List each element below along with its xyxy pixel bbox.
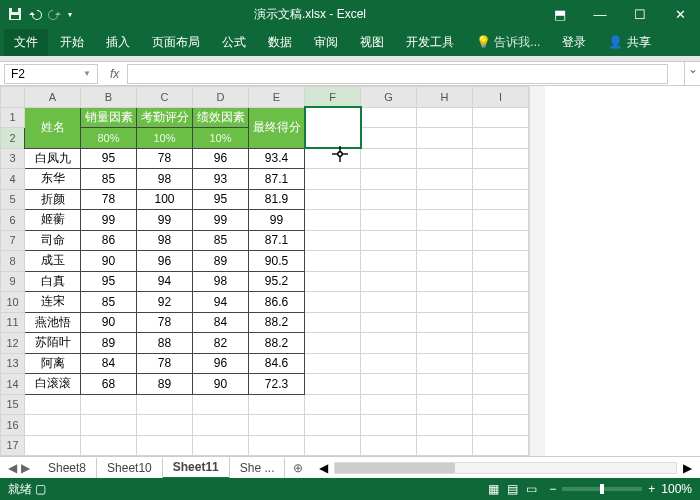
cell[interactable] [417, 169, 473, 190]
cell[interactable] [305, 353, 361, 374]
cell[interactable]: 88.2 [249, 312, 305, 333]
name-box[interactable]: F2 ▼ [4, 64, 98, 84]
cell[interactable]: 72.3 [249, 374, 305, 395]
cell[interactable] [305, 148, 361, 169]
cell[interactable] [193, 394, 249, 415]
cell[interactable]: 88 [137, 333, 193, 354]
col-E[interactable]: E [249, 87, 305, 108]
col-B[interactable]: B [81, 87, 137, 108]
scroll-thumb[interactable] [335, 463, 455, 473]
zoom-thumb[interactable] [600, 484, 604, 494]
col-I[interactable]: I [473, 87, 529, 108]
row-1[interactable]: 1 [1, 107, 25, 128]
row-hdr[interactable]: 9 [1, 271, 25, 292]
cell[interactable] [417, 435, 473, 456]
cell[interactable] [361, 353, 417, 374]
col-C[interactable]: C [137, 87, 193, 108]
cell[interactable]: 96 [193, 353, 249, 374]
tab-review[interactable]: 审阅 [304, 29, 348, 56]
close-button[interactable]: ✕ [660, 0, 700, 28]
cell[interactable]: 85 [193, 230, 249, 251]
tab-view[interactable]: 视图 [350, 29, 394, 56]
cell[interactable] [361, 169, 417, 190]
cell[interactable] [361, 374, 417, 395]
row-hdr[interactable]: 8 [1, 251, 25, 272]
cell[interactable]: 84.6 [249, 353, 305, 374]
cell[interactable] [417, 230, 473, 251]
cell[interactable] [305, 435, 361, 456]
cell[interactable]: 85 [81, 169, 137, 190]
cell[interactable]: 85 [81, 292, 137, 313]
undo-icon[interactable] [28, 7, 42, 21]
cell[interactable] [305, 169, 361, 190]
cell[interactable] [193, 415, 249, 436]
minimize-button[interactable]: — [580, 0, 620, 28]
zoom-in-button[interactable]: + [648, 482, 655, 496]
cell[interactable] [305, 251, 361, 272]
cell[interactable] [25, 394, 81, 415]
scroll-left-icon[interactable]: ◀ [319, 461, 328, 475]
row-2[interactable]: 2 [1, 128, 25, 149]
col-H[interactable]: H [417, 87, 473, 108]
scroll-right-icon[interactable]: ▶ [683, 461, 692, 475]
cell[interactable] [473, 374, 529, 395]
sheet-tab[interactable]: Sheet10 [97, 458, 163, 478]
cell[interactable] [305, 312, 361, 333]
tab-formula[interactable]: 公式 [212, 29, 256, 56]
row-hdr[interactable]: 5 [1, 189, 25, 210]
cell[interactable]: 连宋 [25, 292, 81, 313]
cell[interactable]: 93 [193, 169, 249, 190]
sheet-next-icon[interactable]: ▶ [21, 461, 30, 475]
cell[interactable] [305, 333, 361, 354]
cell[interactable]: 78 [137, 312, 193, 333]
cell[interactable] [473, 148, 529, 169]
cell[interactable]: 90 [81, 312, 137, 333]
cell[interactable]: 94 [137, 271, 193, 292]
cell[interactable] [473, 333, 529, 354]
tab-developer[interactable]: 开发工具 [396, 29, 464, 56]
cell[interactable] [473, 435, 529, 456]
cell[interactable]: 99 [137, 210, 193, 231]
cell[interactable]: 68 [81, 374, 137, 395]
page-break-icon[interactable]: ▭ [522, 482, 541, 496]
cell[interactable] [473, 210, 529, 231]
cell[interactable] [473, 394, 529, 415]
share-button[interactable]: 👤 共享 [598, 29, 660, 56]
hdr-perf[interactable]: 绩效因素 [193, 107, 249, 128]
cell[interactable] [473, 128, 529, 149]
row-hdr[interactable]: 12 [1, 333, 25, 354]
cell[interactable] [361, 230, 417, 251]
tab-data[interactable]: 数据 [258, 29, 302, 56]
cell[interactable] [361, 435, 417, 456]
cell[interactable] [249, 394, 305, 415]
cell[interactable]: 苏陌叶 [25, 333, 81, 354]
row-hdr[interactable]: 11 [1, 312, 25, 333]
cell[interactable] [417, 292, 473, 313]
cell[interactable] [249, 435, 305, 456]
col-D[interactable]: D [193, 87, 249, 108]
cell[interactable]: 98 [193, 271, 249, 292]
view-buttons[interactable]: ▦▤▭ [484, 482, 541, 496]
row-hdr[interactable]: 7 [1, 230, 25, 251]
sheet-nav[interactable]: ◀▶ [0, 461, 38, 475]
cell[interactable] [305, 292, 361, 313]
cell[interactable] [305, 230, 361, 251]
cell[interactable]: 82 [193, 333, 249, 354]
cell[interactable] [305, 271, 361, 292]
cell[interactable] [473, 230, 529, 251]
cell[interactable]: 94 [193, 292, 249, 313]
cell[interactable] [361, 415, 417, 436]
cell[interactable]: 折颜 [25, 189, 81, 210]
row-hdr[interactable]: 16 [1, 415, 25, 436]
cell[interactable] [305, 374, 361, 395]
cell[interactable]: 100 [137, 189, 193, 210]
cell[interactable] [137, 394, 193, 415]
row-hdr[interactable]: 14 [1, 374, 25, 395]
cell[interactable]: 白真 [25, 271, 81, 292]
cell[interactable] [417, 333, 473, 354]
formula-bar-expand-icon[interactable]: ⌄ [684, 62, 700, 85]
cell[interactable] [25, 415, 81, 436]
cell[interactable]: 86 [81, 230, 137, 251]
name-box-dropdown-icon[interactable]: ▼ [83, 69, 91, 78]
cell[interactable] [81, 394, 137, 415]
